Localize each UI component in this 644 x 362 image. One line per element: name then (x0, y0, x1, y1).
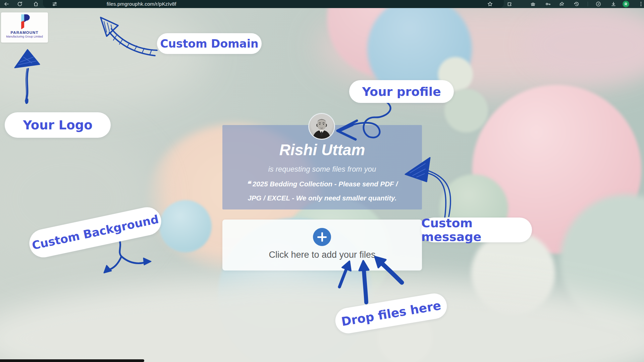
back-icon[interactable] (3, 1, 9, 7)
upload-label: Click here to add your files (222, 250, 422, 260)
screenshot-root: files.pmgrouphk.com/r/pKzIv8f R (0, 0, 644, 362)
browser-toolbar: files.pmgrouphk.com/r/pKzIv8f R (0, 0, 644, 8)
incognito-icon[interactable] (530, 1, 536, 7)
video-progress-bar (0, 359, 144, 362)
annotation-your-profile: Your profile (349, 80, 454, 103)
logo-tagline: Manufacturing Group Limited (1, 35, 48, 38)
request-message: ❝2025 Bedding Collection - Please send P… (239, 177, 405, 205)
quote-icon: ❝ (247, 180, 251, 188)
paramount-logo-mark (18, 14, 31, 31)
address-bar[interactable]: files.pmgrouphk.com/r/pKzIv8f (43, 0, 504, 8)
request-subtitle: is requesting some files from you (222, 165, 422, 174)
toolbar-separator (588, 2, 588, 6)
upload-dropzone[interactable]: Click here to add your files (222, 220, 422, 270)
requester-avatar (308, 113, 335, 140)
bg-sphere (159, 200, 212, 252)
annotation-label: Your Logo (23, 118, 92, 132)
annotation-label: Your profile (362, 85, 441, 99)
reload-icon[interactable] (17, 1, 23, 7)
home-icon[interactable] (33, 1, 39, 7)
annotation-label: Custom Domain (160, 37, 258, 50)
annotation-your-logo: Your Logo (5, 112, 111, 138)
logo-company-name: PARAMOUNT (1, 31, 48, 35)
history-icon[interactable] (574, 1, 580, 7)
profile-avatar[interactable]: R (623, 1, 629, 7)
add-files-plus-icon[interactable] (313, 228, 331, 246)
annotation-custom-domain: Custom Domain (157, 33, 262, 54)
bookmark-star-icon[interactable] (487, 1, 493, 7)
company-logo: PARAMOUNT Manufacturing Group Limited (1, 12, 48, 43)
annotation-label: Custom message (421, 216, 532, 244)
request-message-text: 2025 Bedding Collection - Please send PD… (248, 180, 398, 202)
site-settings-icon[interactable] (52, 1, 58, 7)
performance-leaf-icon[interactable] (595, 1, 601, 7)
favorites-sparkle-icon[interactable] (559, 1, 565, 7)
avatar-portrait (309, 114, 334, 139)
download-icon[interactable] (610, 1, 616, 7)
password-key-icon[interactable] (545, 1, 551, 7)
url-text[interactable]: files.pmgrouphk.com/r/pKzIv8f (107, 1, 176, 7)
extensions-icon[interactable] (506, 1, 513, 7)
annotation-custom-message: Custom message (421, 218, 532, 242)
requester-name: Rishi Uttam (222, 141, 422, 159)
menu-kebab-icon[interactable] (638, 1, 644, 7)
